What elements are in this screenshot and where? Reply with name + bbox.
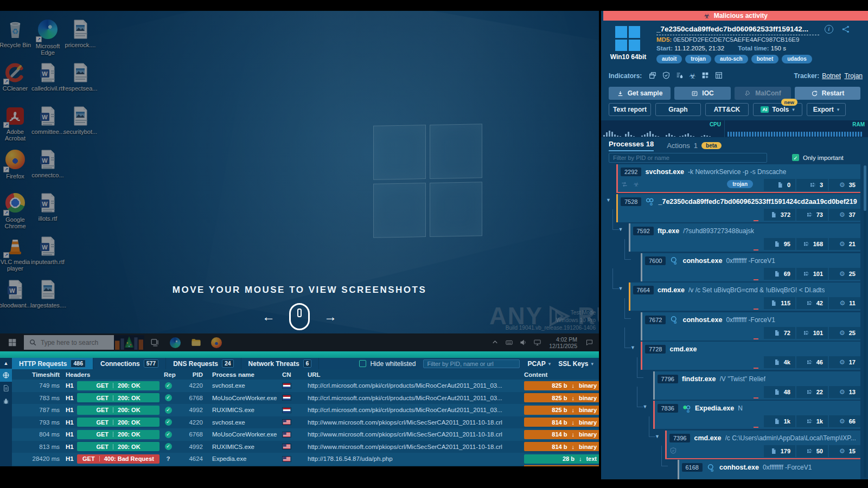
files-count[interactable]: 0 <box>764 179 795 191</box>
modules-count[interactable]: 50 <box>796 445 828 457</box>
debug-tab-icon[interactable] <box>0 395 12 408</box>
files-count[interactable]: 1k <box>764 415 795 427</box>
process-row-2292[interactable]: 2292svchost.exe-k NetworkService -p -s D… <box>616 164 860 192</box>
tab-processes[interactable]: Processes 18 <box>609 140 654 151</box>
process-row-6168[interactable]: 6168⚙conhost.exe0xffffffff -ForceV1 <box>678 460 861 479</box>
content-badge[interactable]: 825 b↓binary <box>524 381 599 390</box>
http-request-row[interactable]: 749 msH1GET200: OK✓4220svchost.exehttp:/… <box>12 380 599 392</box>
column-header-cn[interactable]: CN <box>282 369 298 380</box>
content-badge[interactable]: 825 b↓binary <box>524 406 599 415</box>
process-row-7796[interactable]: 7796findstr.exe/V "Twist" Relief4822⚙13 <box>653 371 861 400</box>
network-tab-icon[interactable] <box>0 369 12 382</box>
events-count[interactable]: ⚙37 <box>829 209 860 221</box>
registry-icon[interactable] <box>714 71 723 81</box>
process-row-7396[interactable]: ▼7396cmd.exe/c C:\Users\admin\AppData\Lo… <box>665 431 860 459</box>
grid-plus-icon[interactable] <box>701 71 710 81</box>
modules-count[interactable]: 101 <box>796 327 828 339</box>
http-request-row[interactable]: 783 msH1GET200: OK✓6768MoUsoCoreWorker.e… <box>12 392 599 404</box>
tools-button[interactable]: AITools▾new <box>753 103 802 116</box>
remote-desktop-view[interactable]: ♻Recycle Bin↗Microsoft Edgepricerock....… <box>0 11 599 351</box>
column-header-content[interactable]: Content <box>524 369 578 380</box>
ioc-button[interactable]: IOC <box>674 87 731 100</box>
http-request-row[interactable]: 28420 msH1GET400: Bad Request?4624Expedi… <box>12 453 599 465</box>
windows-stack-icon[interactable] <box>648 71 657 81</box>
http-request-row[interactable]: 787 msH1GET200: OK✓4992RUXIMICS.exehttp:… <box>12 404 599 416</box>
tag-autoit[interactable]: autoit <box>656 55 682 63</box>
http-request-row[interactable]: 804 msH1GET200: OK✓6768MoUsoCoreWorker.e… <box>12 428 599 441</box>
only-important-checkbox[interactable]: ✓ <box>792 154 799 161</box>
tab-actions[interactable]: Actions 1 beta <box>667 142 721 150</box>
export-button[interactable]: Export▾ <box>807 103 846 116</box>
process-filter-input[interactable] <box>609 153 767 163</box>
ssl-keys-dropdown[interactable]: SSL Keys▾ <box>558 360 593 368</box>
modules-count[interactable]: 3 <box>796 179 828 191</box>
modules-count[interactable]: 1k <box>796 415 828 427</box>
files-count[interactable]: 115 <box>764 297 795 309</box>
process-tag-trojan[interactable]: trojan <box>727 180 753 188</box>
files-count[interactable]: 372 <box>764 209 795 221</box>
column-header-pid[interactable]: PID <box>175 369 203 380</box>
files-count[interactable]: 4k <box>764 356 795 368</box>
tag-auto-sch[interactable]: auto-sch <box>714 55 748 63</box>
shield-check-icon[interactable] <box>662 71 671 81</box>
graph-button[interactable]: Graph <box>655 103 701 116</box>
modules-count[interactable]: 73 <box>796 209 828 221</box>
events-count[interactable]: ⚙11 <box>829 297 860 309</box>
text-report-button[interactable]: Text report <box>609 103 651 116</box>
column-header-process-name[interactable]: Process name <box>212 369 277 380</box>
modules-count[interactable]: 46 <box>796 356 828 368</box>
events-count[interactable]: ⚙66 <box>829 415 860 427</box>
process-scrollbar[interactable] <box>864 165 866 477</box>
files-count[interactable]: 72 <box>764 327 795 339</box>
process-row-7836[interactable]: ▼7836⚙Expedia.exeN1k1k⚙66 <box>653 401 861 429</box>
tab-network-threats[interactable]: Network Threats6 <box>241 358 320 369</box>
tracker-link-trojan[interactable]: Trojan <box>844 72 863 80</box>
events-count[interactable]: ⚙25 <box>829 327 860 339</box>
tag-udados[interactable]: udados <box>782 55 812 63</box>
tab-connections[interactable]: Connections577 <box>93 358 166 369</box>
events-count[interactable]: ⚙35 <box>829 179 860 191</box>
collapse-panel-button[interactable]: ▲ <box>0 358 12 369</box>
tag-botnet[interactable]: botnet <box>751 55 779 63</box>
collapse-arrow-icon[interactable]: ▼ <box>630 345 635 350</box>
content-badge[interactable]: 825 b↓binary <box>524 393 599 402</box>
tag-trojan[interactable]: trojan <box>685 55 711 63</box>
collapse-arrow-icon[interactable]: ▼ <box>655 434 660 439</box>
list-fire-icon[interactable] <box>675 71 684 81</box>
hide-whitelisted-toggle[interactable]: Hide whitelisted <box>359 360 416 368</box>
process-row-7600[interactable]: 7600⚙conhost.exe0xffffffff -ForceV169101… <box>641 253 860 281</box>
files-count[interactable]: 48 <box>764 386 795 398</box>
process-row-7592[interactable]: ▼7592ftp.exe/?suhd8937273488uajsk95168⚙2… <box>629 223 861 252</box>
att-ck-button[interactable]: ATT&CK <box>705 103 749 116</box>
only-important-toggle[interactable]: ✓ Only important <box>792 154 844 161</box>
restart-button[interactable]: Restart <box>795 87 860 100</box>
collapse-arrow-icon[interactable]: ▼ <box>643 404 648 409</box>
collapse-arrow-icon[interactable]: ▼ <box>618 286 623 291</box>
content-badge[interactable]: 814 b↓binary <box>524 418 599 427</box>
column-header-timeshift[interactable]: Timeshift <box>12 369 60 380</box>
info-icon[interactable]: i <box>825 25 833 34</box>
files-count[interactable]: 179 <box>764 445 795 457</box>
content-badge[interactable]: 814 b↓binary <box>524 442 599 451</box>
sample-filename[interactable]: _7e2350cda89ffedc7bd060962533ff159142... <box>656 25 819 35</box>
process-row-7728[interactable]: ▼7728cmd.exe4k46⚙17 <box>641 342 860 370</box>
modules-count[interactable]: 101 <box>796 268 828 280</box>
tab-dns-requests[interactable]: DNS Requests24 <box>166 358 241 369</box>
network-filter-input[interactable] <box>423 359 520 368</box>
files-count[interactable]: 95 <box>764 238 795 250</box>
process-row-7672[interactable]: 7672⚙conhost.exe0xffffffff -ForceV172101… <box>641 312 860 341</box>
modules-count[interactable]: 22 <box>796 386 828 398</box>
modules-count[interactable]: 168 <box>796 238 828 250</box>
files-count[interactable]: 69 <box>764 268 795 280</box>
content-badge[interactable]: 28 b↓text <box>524 454 599 464</box>
http-request-row[interactable]: 813 msH1GET200: OK✓4992RUXIMICS.exehttp:… <box>12 441 599 453</box>
get-sample-button[interactable]: Get sample <box>609 87 671 100</box>
events-count[interactable]: ⚙15 <box>829 445 860 457</box>
tracker-link-botnet[interactable]: Botnet <box>822 72 841 80</box>
biohazard-icon[interactable]: ☣ <box>689 72 696 80</box>
column-header-url[interactable]: URL <box>308 369 470 380</box>
tab-http-requests[interactable]: HTTP Requests486 <box>12 358 93 369</box>
hide-whitelisted-checkbox[interactable] <box>359 360 366 367</box>
process-row-7664[interactable]: ▼7664cmd.exe/v /c Set uBivqBrG=cmd & !uB… <box>629 282 861 311</box>
events-count[interactable]: ⚙13 <box>829 386 860 398</box>
